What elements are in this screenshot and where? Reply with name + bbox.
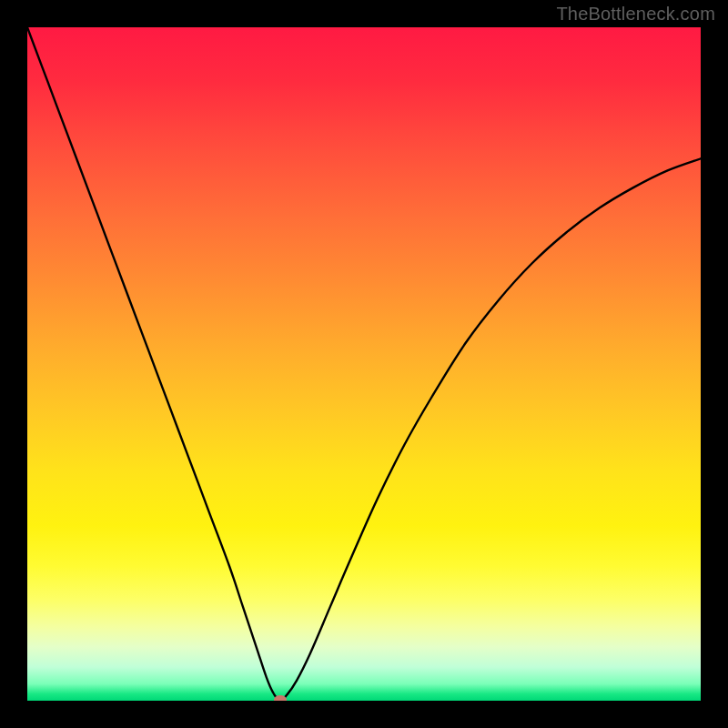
valley-marker	[274, 695, 287, 701]
watermark-text: TheBottleneck.com	[556, 4, 715, 25]
chart-frame: TheBottleneck.com	[0, 0, 728, 728]
bottleneck-curve	[27, 27, 701, 701]
plot-area	[27, 27, 701, 701]
